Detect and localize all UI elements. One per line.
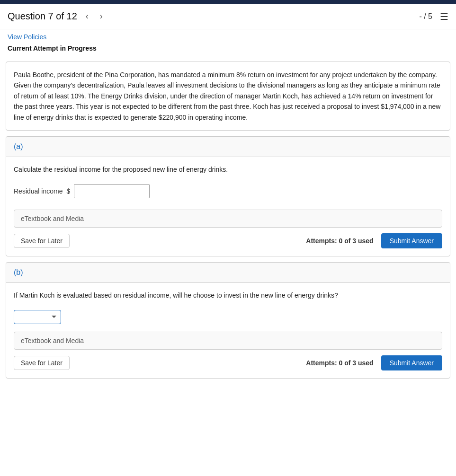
top-bar [0,0,456,4]
part-a-submit-button[interactable]: Submit Answer [381,233,442,248]
footer-space [0,384,456,403]
part-a-input-label: Residual income [14,187,63,195]
header-right: - / 5 ☰ [419,11,448,22]
part-b-label: (b) [14,268,23,276]
part-b-header: (b) [6,263,450,283]
view-policies: View Policies [0,29,456,43]
header-left: Question 7 of 12 ‹ › [8,9,106,23]
part-a-label: (a) [14,142,23,150]
part-b-question: If Martin Koch is evaluated based on res… [14,291,442,300]
part-b-etextbook: eTextbook and Media [14,332,442,350]
part-a-body: Calculate the residual income for the pr… [6,157,450,256]
part-a-save-later-button[interactable]: Save for Later [14,234,70,248]
prev-question-button[interactable]: ‹ [83,9,91,23]
part-a-attempts-submit: Attempts: 0 of 3 used Submit Answer [306,233,442,248]
part-b-section: (b) If Martin Koch is evaluated based on… [6,262,450,379]
part-a-etextbook: eTextbook and Media [14,210,442,228]
scenario-text: Paula Boothe, president of the Pina Corp… [14,71,440,121]
part-a-question: Calculate the residual income for the pr… [14,165,442,175]
part-b-save-later-button[interactable]: Save for Later [14,356,70,370]
part-b-body: If Martin Koch is evaluated based on res… [6,283,450,378]
score-label: - / 5 [419,12,432,21]
view-policies-link[interactable]: View Policies [8,33,46,41]
scenario-box: Paula Boothe, president of the Pina Corp… [6,62,450,131]
part-b-attempts-label: Attempts: 0 of 3 used [306,359,373,367]
part-b-action-row: Save for Later Attempts: 0 of 3 used Sub… [14,355,442,370]
list-icon[interactable]: ☰ [440,11,448,22]
part-a-dollar-sign: $ [67,187,71,195]
header: Question 7 of 12 ‹ › - / 5 ☰ [0,4,456,29]
part-a-section: (a) Calculate the residual income for th… [6,136,450,256]
next-question-button[interactable]: › [97,9,106,23]
current-attempt-label: Current Attempt in Progress [0,43,456,58]
part-b-submit-button[interactable]: Submit Answer [381,355,442,370]
part-a-answer-input[interactable] [74,184,150,198]
part-b-dropdown[interactable]: Yes No [14,310,61,324]
part-a-header: (a) [6,137,450,157]
part-a-attempts-label: Attempts: 0 of 3 used [306,237,373,245]
part-b-attempts-submit: Attempts: 0 of 3 used Submit Answer [306,355,442,370]
question-label: Question 7 of 12 [8,11,77,22]
part-a-action-row: Save for Later Attempts: 0 of 3 used Sub… [14,233,442,248]
part-a-input-row: Residual income $ [14,184,442,198]
